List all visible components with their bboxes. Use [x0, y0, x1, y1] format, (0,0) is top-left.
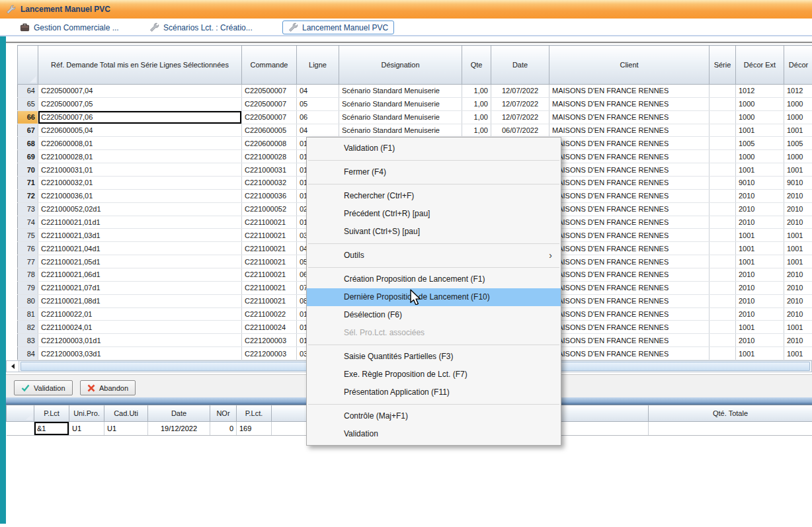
cell-ref[interactable]: C221100021,05d1 [38, 255, 242, 268]
table-row[interactable]: 64C220500007,04C22050000704Scénario Stan… [18, 85, 812, 98]
cell-cli[interactable]: MAISONS D'EN FRANCE RENNES [549, 216, 710, 229]
cell-ser[interactable] [710, 294, 736, 307]
cell-dx[interactable]: 2010 [736, 281, 784, 294]
cell-di[interactable]: 1001 [784, 347, 812, 360]
menu-item[interactable]: Fermer (F4) [307, 163, 561, 181]
column-header-ref-demande[interactable]: Réf. Demande Total mis en Série Lignes S… [38, 46, 242, 85]
cell-ser[interactable] [710, 255, 736, 268]
cell-lig[interactable]: 04 [297, 85, 339, 98]
column-header-nor[interactable]: NOr [210, 405, 237, 422]
cell-cli[interactable]: MAISONS D'EN FRANCE RENNES [549, 177, 710, 190]
validation-button[interactable]: Validation [14, 380, 73, 395]
table-row[interactable]: 66C220500007,06C22050000706Scénario Stan… [18, 110, 812, 124]
cell-dx[interactable]: 1001 [736, 124, 784, 137]
cell-gutter[interactable]: 71 [18, 177, 38, 190]
cell-cli[interactable]: MAISONS D'EN FRANCE RENNES [549, 294, 710, 307]
column-header-designation[interactable]: Désignation [339, 46, 462, 85]
cell-com[interactable]: C221100021 [242, 281, 297, 294]
cell-com[interactable]: C221200003 [242, 334, 297, 347]
cell-dx[interactable]: 2010 [736, 189, 784, 202]
column-header-date[interactable]: Date [491, 46, 549, 85]
cell-qte-totale[interactable] [649, 422, 812, 436]
cell-ref[interactable]: C220500007,05 [38, 97, 242, 110]
column-header-date2[interactable]: Date [148, 405, 210, 422]
cell-cli[interactable]: MAISONS D'EN FRANCE RENNES [549, 110, 710, 124]
cell-dx[interactable]: 9010 [736, 177, 784, 190]
menu-item[interactable]: Sél. Pro.Lct. associées [307, 324, 561, 342]
cell-gutter[interactable]: 74 [18, 216, 38, 229]
column-header-commande[interactable]: Commande [242, 46, 297, 85]
cell-gutter[interactable]: 75 [18, 229, 38, 242]
cell-cli[interactable]: MAISONS D'EN FRANCE RENNES [549, 255, 710, 268]
cell-gutter[interactable]: 84 [18, 347, 38, 360]
cell-cli[interactable]: MAISONS D'EN FRANCE RENNES [549, 334, 710, 347]
cell-gutter[interactable]: 68 [18, 137, 38, 150]
cell-ref[interactable]: C221000028,01 [38, 150, 242, 163]
select-all-corner[interactable] [18, 46, 38, 85]
cell-p-lct2[interactable]: 169 [237, 422, 272, 436]
cell-ser[interactable] [710, 268, 736, 282]
cell-com[interactable]: C221000032 [242, 177, 297, 190]
cell-com[interactable]: C221100021 [242, 216, 297, 229]
cell-ref[interactable]: C221100022,01 [38, 307, 242, 321]
cell-com[interactable]: C220600008 [242, 137, 297, 150]
cell-gutter[interactable]: 79 [18, 281, 38, 294]
cell-ser[interactable] [710, 163, 736, 177]
cell-gutter[interactable]: 80 [18, 294, 38, 307]
cell-ref[interactable]: C220600008,01 [38, 137, 242, 150]
cell-uni-pro[interactable]: U1 [69, 422, 104, 436]
cell-ref[interactable]: C221100021,06d1 [38, 268, 242, 282]
menu-item[interactable]: Contrôle (Maj+F1) [307, 407, 561, 425]
cell-cli[interactable]: MAISONS D'EN FRANCE RENNES [549, 97, 710, 110]
cell-di[interactable]: 1001 [784, 124, 812, 137]
table-row[interactable]: 65C220500007,05C22050000705Scénario Stan… [18, 97, 812, 110]
menu-item[interactable]: Création Proposition de Lancement (F1) [307, 270, 561, 288]
cell-cli[interactable]: MAISONS D'EN FRANCE RENNES [549, 202, 710, 216]
cell-di[interactable]: 9010 [784, 177, 812, 190]
cell-cli[interactable]: MAISONS D'EN FRANCE RENNES [549, 150, 710, 163]
cell-des[interactable]: Scénario Standard Menuiserie [339, 85, 462, 98]
menu-item[interactable]: Outils› [307, 247, 561, 264]
cell-cli[interactable]: MAISONS D'EN FRANCE RENNES [549, 229, 710, 242]
cell-dx[interactable]: 2010 [736, 294, 784, 307]
menu-item[interactable]: Rechercher (Ctrl+F) [307, 187, 561, 205]
cell-ref[interactable]: C221000036,01 [38, 189, 242, 202]
cell-ser[interactable] [710, 202, 736, 216]
cell-di[interactable]: 1001 [784, 321, 812, 334]
cell-di[interactable]: 1000 [784, 110, 812, 124]
cell-di[interactable]: 2010 [784, 189, 812, 202]
cell-gutter[interactable]: 81 [18, 307, 38, 321]
cell-com[interactable]: C220500007 [242, 110, 297, 124]
column-header-decor-ext[interactable]: Décor Ext [736, 46, 784, 85]
menu-item[interactable]: Validation [307, 425, 561, 443]
cell-date[interactable]: 12/07/2022 [491, 110, 549, 124]
column-header-cad-uti[interactable]: Cad.Uti [104, 405, 148, 422]
cell-dx[interactable]: 1001 [736, 163, 784, 177]
cell-ref[interactable]: C221000052,02d1 [38, 202, 242, 216]
cell-ref[interactable]: C220600005,04 [38, 124, 242, 137]
cell-com[interactable]: C221000031 [242, 163, 297, 177]
cell-com[interactable]: C221100021 [242, 268, 297, 282]
cell-com[interactable]: C220600005 [242, 124, 297, 137]
cell-lig[interactable]: 05 [297, 97, 339, 110]
cell-di[interactable]: 1005 [784, 137, 812, 150]
cell-ref[interactable]: C220500007,06 [38, 110, 242, 124]
menu-item[interactable]: Suivant (Ctrl+S) [pau] [307, 223, 561, 241]
scroll-left-button[interactable] [7, 361, 19, 372]
cell-ref[interactable]: C221100024,01 [38, 321, 242, 334]
cell-dx[interactable]: 1001 [736, 347, 784, 360]
cell-lig[interactable]: 06 [297, 110, 339, 124]
cell-di[interactable]: 1001 [784, 163, 812, 177]
cell-ser[interactable] [710, 216, 736, 229]
cell-des[interactable]: Scénario Standard Menuiserie [339, 97, 462, 110]
cell-di[interactable]: 2010 [784, 216, 812, 229]
cell-des[interactable]: Scénario Standard Menuiserie [339, 124, 462, 137]
cell-com[interactable]: C221100022 [242, 307, 297, 321]
tab-scenarios-lct[interactable]: Scénarios Lct. : Créatio... [144, 20, 258, 34]
cell-dx[interactable]: 1001 [736, 242, 784, 255]
cell-ref[interactable]: C221100021,03d1 [38, 229, 242, 242]
cell-ser[interactable] [710, 177, 736, 190]
cell-lig[interactable]: 04 [297, 124, 339, 137]
cell-date[interactable]: 12/07/2022 [491, 85, 549, 98]
cell-qte[interactable]: 1,00 [462, 110, 491, 124]
